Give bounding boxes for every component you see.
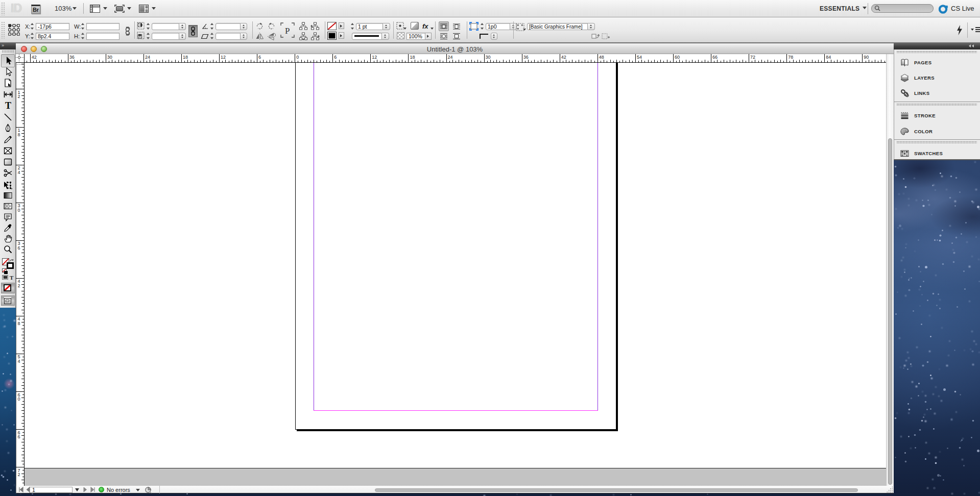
svg-text:T: T	[5, 101, 11, 110]
svg-text:12: 12	[372, 55, 377, 60]
svg-text:12: 12	[221, 55, 226, 60]
svg-text:2: 2	[18, 94, 20, 99]
svg-text:24: 24	[145, 55, 150, 60]
svg-text:18: 18	[183, 55, 188, 60]
svg-text:0: 0	[18, 396, 20, 402]
svg-text:4: 4	[18, 359, 20, 364]
svg-text:6: 6	[18, 434, 20, 439]
svg-text:66: 66	[712, 55, 718, 60]
svg-text:6: 6	[18, 245, 20, 251]
svg-text:60: 60	[675, 55, 680, 60]
svg-text:24: 24	[448, 55, 453, 60]
svg-text:90: 90	[864, 55, 869, 60]
svg-text:2: 2	[18, 283, 20, 288]
svg-text:0: 0	[18, 208, 20, 213]
svg-text:4: 4	[18, 170, 20, 175]
svg-text:36: 36	[69, 55, 75, 60]
svg-text:30: 30	[107, 55, 112, 60]
svg-text:8: 8	[18, 321, 20, 326]
svg-text:42: 42	[32, 55, 37, 60]
svg-text:72: 72	[750, 55, 755, 60]
svg-text:54: 54	[637, 55, 642, 60]
svg-text:8: 8	[18, 132, 20, 137]
svg-text:78: 78	[788, 55, 793, 60]
svg-text:36: 36	[523, 55, 529, 60]
svg-text:30: 30	[486, 55, 491, 60]
svg-text:18: 18	[410, 55, 415, 60]
svg-text:48: 48	[599, 55, 604, 60]
svg-text:2: 2	[18, 472, 20, 477]
svg-text:6: 6	[258, 55, 261, 60]
svg-text:0: 0	[296, 55, 299, 60]
svg-text:84: 84	[826, 55, 831, 60]
svg-text:P: P	[285, 26, 290, 36]
svg-text:6: 6	[334, 55, 337, 60]
svg-text:42: 42	[561, 55, 566, 60]
